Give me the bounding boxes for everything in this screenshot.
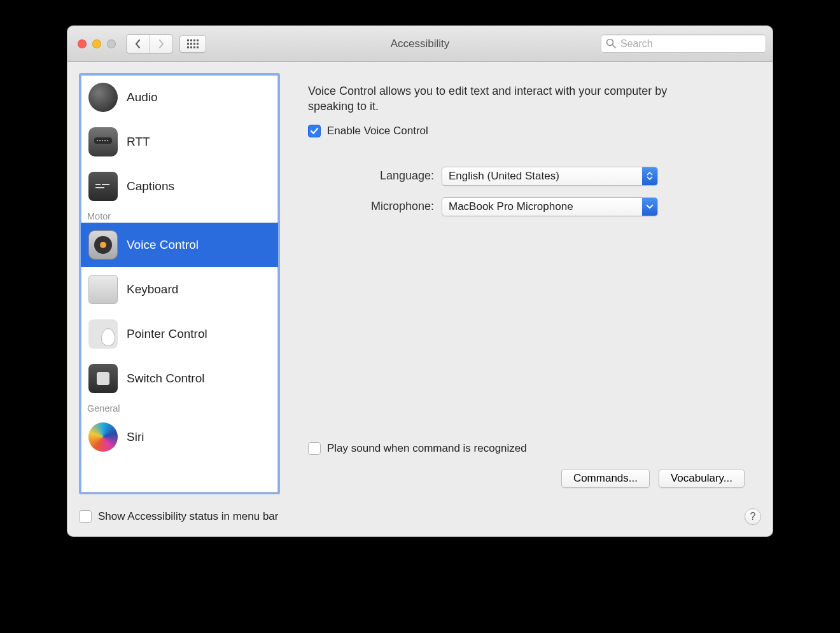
detail-panel: Voice Control allows you to edit text an… xyxy=(291,73,761,494)
vocabulary-button[interactable]: Vocabulary... xyxy=(659,469,745,488)
footer: Show Accessibility status in menu bar ? xyxy=(79,506,761,525)
sidebar-item-captions[interactable]: Captions xyxy=(81,164,278,209)
svg-rect-10 xyxy=(193,46,195,48)
pointer-control-icon xyxy=(88,319,118,349)
enable-voice-control-checkbox[interactable] xyxy=(308,125,321,137)
voice-control-form: Language: English (United States) Microp… xyxy=(339,167,745,216)
speaker-icon xyxy=(88,83,118,112)
microphone-label: Microphone: xyxy=(339,200,434,213)
window-controls xyxy=(78,39,116,48)
menubar-status-checkbox[interactable] xyxy=(79,510,92,523)
sidebar-item-label: Siri xyxy=(127,430,144,444)
nav-back-forward xyxy=(126,34,173,53)
zoom-window-icon xyxy=(107,39,116,48)
back-button[interactable] xyxy=(127,35,150,53)
sidebar-item-label: Pointer Control xyxy=(127,327,207,341)
language-popup[interactable]: English (United States) xyxy=(442,167,658,186)
search-input[interactable] xyxy=(601,34,766,53)
svg-point-17 xyxy=(102,140,103,141)
forward-button xyxy=(150,35,172,53)
keyboard-icon xyxy=(88,275,118,304)
enable-voice-control-label: Enable Voice Control xyxy=(327,125,428,137)
svg-rect-1 xyxy=(190,39,192,41)
chevron-down-icon xyxy=(642,198,657,216)
preferences-window: Accessibility Audio xyxy=(67,25,773,537)
sidebar-item-pointer-control[interactable]: Pointer Control xyxy=(81,312,278,356)
sidebar-item-label: Switch Control xyxy=(127,372,205,386)
switch-control-icon xyxy=(88,364,118,393)
enable-voice-control-row[interactable]: Enable Voice Control xyxy=(308,125,745,137)
language-value: English (United States) xyxy=(442,170,642,183)
sidebar-item-label: Audio xyxy=(127,90,158,104)
sidebar-item-rtt[interactable]: RTT xyxy=(81,120,278,164)
svg-rect-7 xyxy=(197,43,199,45)
category-list[interactable]: Audio RTT Captions Motor xyxy=(81,75,278,492)
svg-rect-2 xyxy=(193,39,195,41)
toolbar: Accessibility xyxy=(67,26,773,62)
captions-icon xyxy=(88,172,118,201)
svg-rect-6 xyxy=(193,43,195,45)
close-window-icon[interactable] xyxy=(78,39,87,48)
language-label: Language: xyxy=(339,169,434,183)
svg-rect-9 xyxy=(190,46,192,48)
sidebar-group-general: General xyxy=(81,401,278,415)
sidebar-item-label: RTT xyxy=(127,135,150,149)
microphone-value: MacBook Pro Microphone xyxy=(442,200,642,213)
svg-rect-0 xyxy=(187,39,189,41)
svg-rect-11 xyxy=(197,46,199,48)
svg-rect-22 xyxy=(95,187,104,188)
svg-point-16 xyxy=(99,140,101,141)
action-buttons: Commands... Vocabulary... xyxy=(308,469,745,488)
play-sound-label: Play sound when command is recognized xyxy=(327,442,527,455)
sidebar-item-label: Captions xyxy=(127,179,174,193)
sidebar-item-siri[interactable]: Siri xyxy=(81,415,278,459)
sidebar-item-voice-control[interactable]: Voice Control xyxy=(81,223,278,267)
chevron-right-icon xyxy=(158,39,164,48)
content-area: Audio RTT Captions Motor xyxy=(67,62,773,536)
play-sound-row[interactable]: Play sound when command is recognized xyxy=(308,442,745,455)
microphone-popup[interactable]: MacBook Pro Microphone xyxy=(442,197,658,216)
help-icon: ? xyxy=(750,511,756,522)
help-button[interactable]: ? xyxy=(745,508,761,525)
category-sidebar: Audio RTT Captions Motor xyxy=(79,73,280,494)
sidebar-item-audio[interactable]: Audio xyxy=(81,75,278,120)
voice-control-icon xyxy=(88,230,118,260)
svg-rect-20 xyxy=(95,184,101,185)
updown-arrows-icon xyxy=(642,167,657,185)
sidebar-item-label: Voice Control xyxy=(127,238,199,252)
grid-icon xyxy=(187,39,199,48)
sidebar-item-label: Keyboard xyxy=(127,282,178,296)
chevron-left-icon xyxy=(135,39,141,48)
sidebar-item-switch-control[interactable]: Switch Control xyxy=(81,356,278,401)
sidebar-group-motor: Motor xyxy=(81,209,278,223)
search-icon xyxy=(606,38,616,52)
description-text: Voice Control allows you to edit text an… xyxy=(308,83,690,115)
svg-point-15 xyxy=(97,140,98,141)
svg-rect-3 xyxy=(197,39,199,41)
minimize-window-icon[interactable] xyxy=(92,39,101,48)
svg-rect-4 xyxy=(187,43,189,45)
svg-point-18 xyxy=(104,140,106,141)
svg-rect-5 xyxy=(190,43,192,45)
siri-icon xyxy=(88,422,118,452)
svg-point-19 xyxy=(107,140,108,141)
checkmark-icon xyxy=(310,127,319,136)
svg-rect-8 xyxy=(187,46,189,48)
sidebar-item-keyboard[interactable]: Keyboard xyxy=(81,267,278,312)
play-sound-checkbox[interactable] xyxy=(308,442,321,455)
commands-button[interactable]: Commands... xyxy=(561,469,650,488)
rtt-icon xyxy=(88,127,118,157)
menubar-status-label: Show Accessibility status in menu bar xyxy=(98,510,278,523)
show-all-button[interactable] xyxy=(179,35,206,53)
svg-line-13 xyxy=(613,45,616,48)
svg-rect-21 xyxy=(102,184,109,185)
